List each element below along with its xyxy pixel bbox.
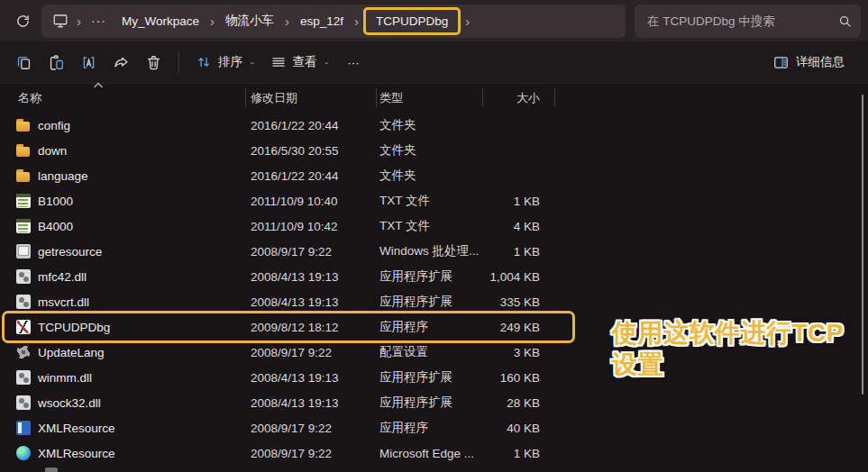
scribble-icon xyxy=(16,320,31,334)
column-divider[interactable] xyxy=(376,88,377,107)
column-divider[interactable] xyxy=(245,88,246,107)
chevron-right-icon: › xyxy=(462,14,472,28)
file-type: TXT 文件 xyxy=(376,218,482,234)
file-date: 2009/8/12 18:12 xyxy=(245,321,376,334)
column-divider[interactable] xyxy=(482,88,483,107)
table-row[interactable]: msvcrt.dll2008/4/13 19:13应用程序扩展335 KB xyxy=(0,289,868,314)
file-type: Microsoft Edge ... xyxy=(376,447,482,460)
view-label: 查看 xyxy=(293,54,317,70)
more-options-button[interactable]: ··· xyxy=(337,47,370,77)
copy-icon xyxy=(15,54,32,71)
breadcrumb-overflow-button[interactable]: ··· xyxy=(84,14,114,28)
share-button[interactable] xyxy=(105,47,137,77)
file-name: B4000 xyxy=(38,220,73,233)
folder-icon xyxy=(16,143,31,158)
sort-icon xyxy=(196,54,212,70)
file-type: 文件夹 xyxy=(376,117,482,133)
file-type: 应用程序扩展 xyxy=(376,395,482,411)
breadcrumb-item-esp-12f[interactable]: esp_12f xyxy=(292,10,352,32)
file-name: mfc42.dll xyxy=(38,270,87,284)
file-size: 1 KB xyxy=(482,245,547,259)
chevron-right-icon: › xyxy=(352,14,361,28)
column-header-name[interactable]: 名称 xyxy=(0,90,245,106)
table-row[interactable]: XMLResource2008/9/17 9:22应用程序40 KB xyxy=(0,415,868,440)
file-name: XMLResource xyxy=(38,447,115,460)
breadcrumb: › ··· My_Workpace › 物流小车 › esp_12f › TCP… xyxy=(41,5,626,38)
share-icon xyxy=(113,54,130,71)
chevron-right-icon: › xyxy=(207,14,217,28)
column-header-date[interactable]: 修改日期 xyxy=(245,90,376,106)
chevron-right-icon: › xyxy=(282,14,292,28)
chevron-down-icon: ⌄ xyxy=(249,59,256,66)
column-header-size[interactable]: 大小 xyxy=(482,90,547,106)
table-row[interactable]: XMLResource2008/9/17 9:22Microsoft Edge … xyxy=(0,440,868,466)
file-date: 2016/5/30 20:55 xyxy=(245,144,376,158)
file-date: 2016/1/22 20:44 xyxy=(245,119,376,132)
refresh-icon xyxy=(15,14,31,29)
table-row[interactable]: B10002011/10/9 10:40TXT 文件1 KB xyxy=(0,188,868,213)
file-date: 2008/9/17 9:22 xyxy=(245,422,376,435)
dll-icon xyxy=(16,295,31,309)
rename-icon xyxy=(80,54,97,71)
annotation-line1: 使用这软件进行TCP xyxy=(612,317,868,349)
file-type: TXT 文件 xyxy=(376,193,482,209)
refresh-button[interactable] xyxy=(9,7,36,34)
file-type: 配置设置 xyxy=(376,344,482,360)
rename-button[interactable] xyxy=(72,47,105,77)
edge-icon xyxy=(16,446,31,460)
table-row[interactable]: config2016/1/22 20:44文件夹 xyxy=(0,113,868,138)
file-type: Windows 批处理... xyxy=(376,243,482,259)
txt-icon xyxy=(16,194,31,208)
appblue-icon xyxy=(16,421,31,435)
file-size: 3 KB xyxy=(482,346,547,359)
file-size: 249 KB xyxy=(482,321,547,334)
table-row[interactable]: getresource2008/9/17 9:22Windows 批处理...1… xyxy=(0,239,868,264)
chevron-right-icon: › xyxy=(74,14,84,28)
column-headers: 名称 修改日期 类型 大小 xyxy=(0,85,868,111)
file-name: down xyxy=(38,144,67,158)
file-type: 应用程序扩展 xyxy=(376,268,482,285)
file-date: 2008/4/13 19:13 xyxy=(245,270,376,284)
view-icon xyxy=(270,54,287,70)
delete-button[interactable] xyxy=(137,47,169,77)
annotation-line2: 设置 xyxy=(612,349,868,380)
search-input[interactable] xyxy=(647,14,838,28)
search-icon[interactable] xyxy=(838,14,852,28)
table-row[interactable]: B40002011/10/9 10:42TXT 文件4 KB xyxy=(0,213,868,239)
table-row[interactable]: language2016/1/22 20:44文件夹 xyxy=(0,163,868,188)
file-size: 1 KB xyxy=(482,195,547,208)
file-name: language xyxy=(38,169,88,183)
dll-icon xyxy=(16,269,31,284)
file-date: 2008/9/17 9:22 xyxy=(245,346,376,359)
file-type: 文件夹 xyxy=(376,168,482,184)
annotation-callout: 使用这软件进行TCP 设置 xyxy=(612,317,868,380)
file-name: wsock32.dll xyxy=(38,396,101,410)
file-name: TCPUDPDbg xyxy=(38,321,110,334)
breadcrumb-item-wuliuxiaoche[interactable]: 物流小车 xyxy=(217,8,282,33)
table-row[interactable]: mfc42.dll2008/4/13 19:13应用程序扩展1,004 KB xyxy=(0,264,868,289)
paste-button[interactable] xyxy=(40,47,72,77)
this-pc-icon[interactable] xyxy=(47,13,74,29)
file-list: config2016/1/22 20:44文件夹down2016/5/30 20… xyxy=(0,111,868,466)
breadcrumb-item-tcpudpdbg-highlighted[interactable]: TCPUDPDbg xyxy=(363,7,461,35)
dll-icon xyxy=(16,370,31,385)
copy-button[interactable] xyxy=(7,47,40,77)
file-size: 4 KB xyxy=(482,220,547,233)
table-row[interactable]: wsock32.dll2008/4/13 19:13应用程序扩展28 KB xyxy=(0,390,868,415)
view-button[interactable]: 查看 ⌄ xyxy=(263,47,338,77)
column-divider[interactable] xyxy=(554,88,555,107)
details-pane-button[interactable]: 详细信息 xyxy=(765,47,852,77)
file-date: 2008/4/13 19:13 xyxy=(245,396,376,410)
file-list-area: 名称 修改日期 类型 大小 config2016/1/22 20:44文件夹do… xyxy=(0,85,868,472)
breadcrumb-item-my-workpace[interactable]: My_Workpace xyxy=(114,10,207,32)
file-size: 160 KB xyxy=(482,371,547,385)
folder-icon xyxy=(16,168,31,183)
folder-icon xyxy=(16,118,31,132)
sort-button[interactable]: 排序 ⌄ xyxy=(188,47,263,77)
column-header-type[interactable]: 类型 xyxy=(376,90,482,106)
partial-row-icon xyxy=(45,467,58,472)
file-type: 文件夹 xyxy=(376,142,482,159)
navigation-bar: › ··· My_Workpace › 物流小车 › esp_12f › TCP… xyxy=(0,0,868,41)
table-row[interactable]: down2016/5/30 20:55文件夹 xyxy=(0,138,868,163)
file-size: 1 KB xyxy=(482,447,547,460)
